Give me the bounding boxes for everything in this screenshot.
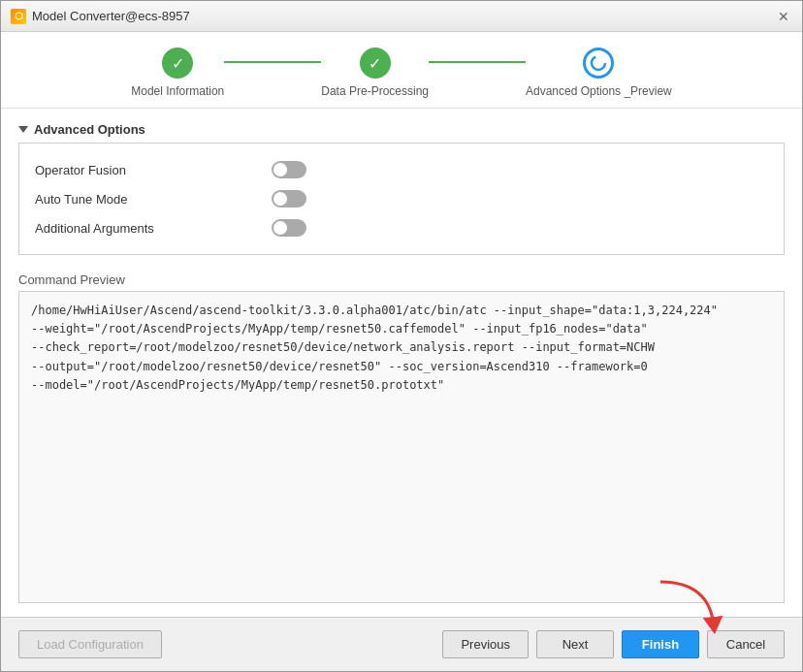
title-bar-left: ⬡ Model Converter@ecs-8957 [11,9,190,24]
connector-1 [224,61,321,63]
dialog: ⬡ Model Converter@ecs-8957 ✕ ✓ Model Inf… [0,0,803,672]
step-3-label: Advanced Options _Preview [526,84,672,98]
steps-area: ✓ Model Information ✓ Data Pre-Processin… [1,32,802,109]
dialog-title: Model Converter@ecs-8957 [32,9,190,23]
step-3-circle [583,48,614,79]
auto-tune-mode-toggle[interactable] [272,190,306,208]
additional-arguments-toggle[interactable] [272,219,306,237]
auto-tune-mode-label: Auto Tune Mode [35,192,127,207]
title-bar: ⬡ Model Converter@ecs-8957 ✕ [1,1,802,32]
app-icon: ⬡ [11,9,26,24]
previous-button[interactable]: Previous [442,630,529,658]
advanced-options-header[interactable]: Advanced Options [18,122,785,137]
footer-left: Load Configuration [18,630,162,658]
main-content: Advanced Options Operator Fusion Auto Tu… [1,109,802,617]
footer-right: Previous Next Finish Cancel [442,630,785,658]
next-button[interactable]: Next [536,630,614,658]
option-row-additional-arguments: Additional Arguments [35,213,306,242]
step-model-information: ✓ Model Information [131,48,224,98]
step-data-pre-processing: ✓ Data Pre-Processing [321,48,429,98]
svg-point-0 [592,56,605,70]
command-preview-label: Command Preview [18,272,785,287]
operator-fusion-label: Operator Fusion [35,163,126,177]
command-preview-section: Command Preview /home/HwHiAiUser/Ascend/… [18,272,785,603]
connector-2 [429,61,526,63]
finish-button-container: Finish [622,630,699,658]
additional-arguments-label: Additional Arguments [35,221,154,236]
finish-button[interactable]: Finish [622,630,699,658]
option-row-auto-tune-mode: Auto Tune Mode [35,184,306,213]
step-1-label: Model Information [131,84,224,98]
step-2-circle: ✓ [360,48,391,79]
load-config-button[interactable]: Load Configuration [18,630,162,658]
step-advanced-options-preview: Advanced Options _Preview [526,48,672,98]
option-row-operator-fusion: Operator Fusion [35,155,306,184]
operator-fusion-toggle[interactable] [272,161,306,178]
advanced-options-section: Advanced Options Operator Fusion Auto Tu… [18,122,785,263]
collapse-triangle-icon [18,126,28,133]
step-2-label: Data Pre-Processing [321,84,429,98]
options-box: Operator Fusion Auto Tune Mode Additiona… [18,143,785,255]
command-preview-box: /home/HwHiAiUser/Ascend/ascend-toolkit/3… [18,291,785,603]
footer: Load Configuration Previous Next Finish … [1,617,802,671]
step-1-circle: ✓ [162,48,193,79]
advanced-options-label: Advanced Options [34,122,145,137]
cancel-button[interactable]: Cancel [707,630,785,658]
close-button[interactable]: ✕ [775,8,792,25]
